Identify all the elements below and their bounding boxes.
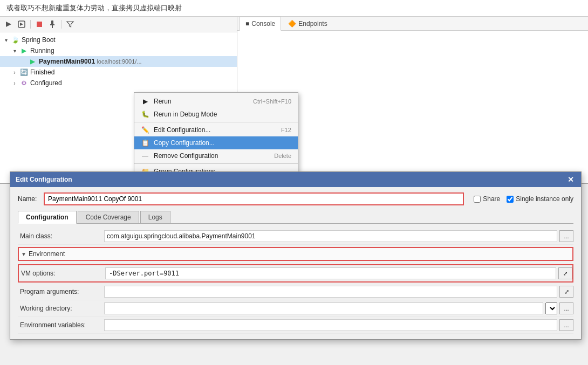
working-dir-input[interactable] — [104, 302, 543, 314]
name-label: Name: — [18, 195, 39, 203]
rerun-label: Rerun — [154, 98, 249, 105]
main-class-browse-btn[interactable]: ... — [559, 230, 573, 242]
share-checkbox[interactable] — [474, 196, 481, 203]
program-args-row: Program arguments: ⤢ — [18, 284, 573, 300]
finished-icon: 🔄 — [19, 68, 28, 77]
edit-config-icon: ✏️ — [141, 126, 149, 134]
toolbar-filter-icon[interactable] — [65, 19, 76, 30]
tree-item-running[interactable]: ▾ ▶ Running — [0, 45, 237, 56]
finished-label: Finished — [30, 68, 54, 76]
toolbar-stop-icon[interactable] — [34, 19, 45, 30]
dialog-title-label: Edit Configuration — [16, 176, 566, 183]
working-dir-row: Working directory: ... — [18, 300, 573, 317]
spring-boot-icon: 🍃 — [11, 36, 19, 44]
configured-label: Configured — [30, 79, 62, 87]
edit-config-dialog: Edit Configuration ✕ Name: Share Single … — [10, 171, 582, 340]
tree-item-paymentmain9001[interactable]: ▶ PaymentMain9001 localhost:9001/... — [0, 56, 237, 67]
banner-text: 或者取巧不想新建重复体力劳动，直接拷贝虚拟端口映射 — [6, 4, 182, 12]
toolbar-sep-2 — [61, 20, 61, 29]
tree-item-finished[interactable]: › 🔄 Finished — [0, 67, 237, 78]
main-class-label: Main class: — [18, 232, 104, 240]
chevron-finished: › — [11, 68, 18, 76]
remove-config-shortcut: Delete — [274, 153, 291, 159]
tab-configuration[interactable]: Configuration — [18, 211, 77, 224]
config-fields: Main class: ... ▼ Environment VM options… — [18, 228, 573, 334]
run-toolbar — [0, 17, 237, 32]
copy-config-label: Copy Configuration... — [154, 139, 287, 147]
share-label-text: Share — [483, 195, 500, 203]
share-checkbox-label[interactable]: Share — [474, 195, 500, 203]
svg-rect-2 — [51, 20, 53, 25]
tree-item-spring-boot[interactable]: ▾ 🍃 Spring Boot — [0, 35, 237, 45]
name-options: Share Single instance only — [474, 195, 573, 203]
dialog-body: Name: Share Single instance only Configu… — [10, 187, 581, 339]
main-class-input[interactable] — [104, 230, 557, 242]
menu-item-copy-config[interactable]: 📋 Copy Configuration... — [134, 136, 298, 149]
env-chevron-icon: ▼ — [21, 251, 26, 257]
svg-rect-3 — [50, 24, 54, 25]
env-vars-browse-btn[interactable]: ... — [559, 319, 573, 331]
spring-boot-label: Spring Boot — [22, 36, 56, 44]
toolbar-sep-1 — [30, 20, 31, 29]
toolbar-pin-icon[interactable] — [47, 19, 58, 30]
menu-item-edit-config[interactable]: ✏️ Edit Configuration... F12 — [134, 123, 298, 136]
console-tab-icon: ■ — [245, 20, 249, 27]
env-vars-label: Environment variables: — [18, 321, 104, 329]
endpoints-tab-label: Endpoints — [298, 20, 327, 27]
menu-item-rerun-debug[interactable]: 🐛 Rerun in Debug Mode — [134, 108, 298, 121]
rerun-debug-label: Rerun in Debug Mode — [154, 111, 287, 118]
dialog-close-button[interactable]: ✕ — [566, 175, 576, 184]
tab-code-coverage[interactable]: Code Coverage — [78, 211, 139, 223]
vm-options-label: VM options: — [19, 270, 105, 277]
working-dir-dropdown[interactable] — [545, 302, 557, 314]
toolbar-rerun-icon[interactable] — [3, 19, 14, 30]
program-args-input[interactable] — [104, 286, 557, 298]
name-input[interactable] — [44, 192, 464, 205]
top-banner: 或者取巧不想新建重复体力劳动，直接拷贝虚拟端口映射 — [0, 0, 588, 17]
running-icon: ▶ — [19, 46, 28, 55]
vm-options-input[interactable] — [105, 267, 556, 279]
console-tab-label: Console — [251, 20, 275, 27]
edit-config-shortcut: F12 — [281, 127, 291, 133]
chevron-spring-boot: ▾ — [2, 36, 10, 44]
config-tabs: Configuration Code Coverage Logs — [18, 211, 573, 224]
context-menu: ▶ Rerun Ctrl+Shift+F10 🐛 Rerun in Debug … — [134, 92, 298, 181]
environment-label: Environment — [29, 250, 65, 258]
menu-sep-1 — [134, 122, 298, 122]
remove-config-label: Remove Configuration — [154, 152, 270, 160]
environment-section[interactable]: ▼ Environment — [18, 247, 573, 261]
payment-label: PaymentMain9001 localhost:9001/... — [39, 58, 142, 65]
rerun-menu-icon: ▶ — [141, 97, 149, 106]
tab-console[interactable]: ■ Console — [240, 17, 281, 31]
rerun-shortcut: Ctrl+Shift+F10 — [253, 98, 291, 105]
configured-icon: ⚙ — [19, 79, 28, 87]
program-args-expand-btn[interactable]: ⤢ — [559, 286, 573, 298]
main-class-row: Main class: ... — [18, 228, 573, 245]
toolbar-rerun-debug-icon[interactable] — [16, 19, 27, 30]
vm-options-row: VM options: ⤢ — [18, 264, 573, 283]
chevron-payment — [19, 58, 27, 65]
payment-url: localhost:9001/... — [97, 58, 141, 65]
vm-options-expand-btn[interactable]: ⤢ — [558, 267, 572, 279]
svg-rect-4 — [52, 25, 53, 28]
menu-item-rerun[interactable]: ▶ Rerun Ctrl+Shift+F10 — [134, 95, 298, 108]
program-args-label: Program arguments: — [18, 288, 104, 295]
ide-area: ▾ 🍃 Spring Boot ▾ ▶ Running ▶ PaymentMai… — [0, 17, 588, 184]
working-dir-browse-btn[interactable]: ... — [559, 302, 573, 314]
name-row: Name: Share Single instance only — [18, 192, 573, 205]
single-instance-checkbox[interactable] — [507, 196, 514, 203]
env-vars-input[interactable] — [104, 319, 557, 331]
dialog-titlebar: Edit Configuration ✕ — [10, 172, 581, 187]
svg-rect-1 — [37, 22, 42, 27]
payment-run-icon: ▶ — [28, 57, 37, 66]
tab-logs[interactable]: Logs — [140, 211, 170, 223]
menu-item-remove-config[interactable]: — Remove Configuration Delete — [134, 149, 298, 162]
chevron-configured: › — [11, 79, 18, 87]
tree-item-configured[interactable]: › ⚙ Configured — [0, 78, 237, 88]
copy-config-icon: 📋 — [141, 139, 149, 147]
endpoints-tab-icon: 🔶 — [288, 20, 296, 27]
working-dir-label: Working directory: — [18, 305, 104, 312]
tab-endpoints[interactable]: 🔶 Endpoints — [282, 17, 333, 30]
rerun-debug-menu-icon: 🐛 — [141, 110, 149, 119]
single-instance-checkbox-label[interactable]: Single instance only — [507, 195, 573, 203]
